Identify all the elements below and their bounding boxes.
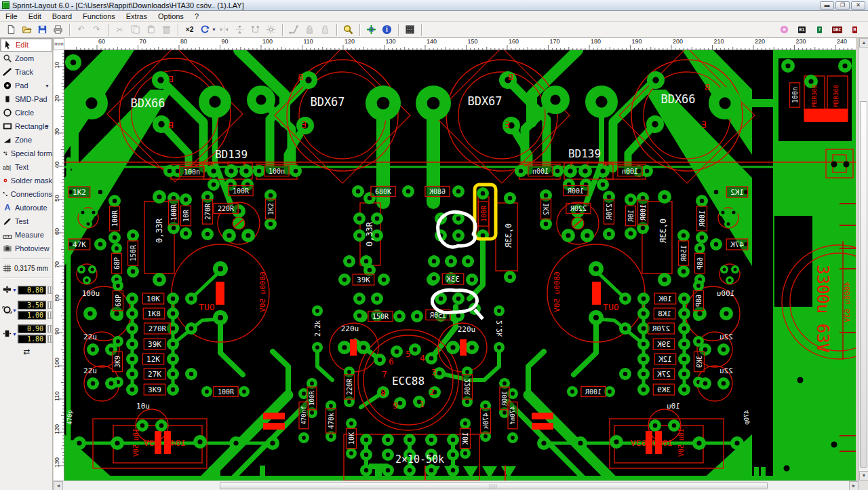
- sidebar-item-smd-pad[interactable]: SMD-Pad: [0, 92, 52, 106]
- width-value-field[interactable]: 0.90: [18, 324, 46, 333]
- toolbar-separator: [282, 24, 283, 36]
- scroll-down-button[interactable]: ▼: [859, 471, 868, 480]
- width-value-field[interactable]: 1.00: [18, 311, 46, 320]
- width-grip[interactable]: [47, 325, 52, 333]
- undo-button[interactable]: ↶: [73, 22, 89, 37]
- svg-text:190: 190: [632, 38, 642, 45]
- measure-icon: [3, 230, 12, 240]
- sidebar-item-connections[interactable]: Connections: [0, 187, 52, 201]
- chevron-down-icon[interactable]: ▼: [12, 288, 18, 293]
- svg-text:100R: 100R: [233, 187, 250, 195]
- maximize-button[interactable]: ❐: [835, 1, 850, 10]
- rotate-dropdown[interactable]: ▼: [212, 27, 216, 32]
- close-button[interactable]: ✕: [851, 1, 865, 10]
- redo-button[interactable]: ↷: [89, 22, 104, 37]
- pcb-canvas[interactable]: BDX66BDX67BDX67BDX66BD139BD139ECC882×10-…: [64, 50, 856, 480]
- sidebar-item-track[interactable]: Track: [0, 65, 52, 79]
- macro-pink-button[interactable]: [776, 22, 792, 37]
- lock-button[interactable]: [302, 22, 317, 37]
- sidebar-item-label: Special form: [11, 149, 52, 157]
- sidebar-item-rectangle[interactable]: Rectangle▼: [0, 119, 52, 133]
- rotate-button[interactable]: [197, 22, 213, 37]
- width-value-field[interactable]: 1.80: [18, 335, 46, 343]
- pcb-label: 9: [393, 400, 398, 411]
- menu-item-[interactable]: ?: [189, 12, 204, 21]
- width-grip[interactable]: [47, 335, 52, 343]
- sidebar-item-autoroute[interactable]: AAutoroute: [0, 201, 52, 214]
- scroll-right-button[interactable]: ►: [849, 481, 859, 490]
- info-button[interactable]: i: [379, 22, 395, 37]
- menu-item-extras[interactable]: Extras: [121, 12, 153, 21]
- scroll-up-button[interactable]: ▲: [859, 38, 868, 48]
- save-button[interactable]: [35, 22, 50, 37]
- svg-text:0,33R: 0,33R: [504, 223, 513, 248]
- bend-trace-button[interactable]: [286, 22, 302, 37]
- menu-item-board[interactable]: Board: [47, 12, 77, 21]
- sidebar-item-text[interactable]: ab|Text: [0, 160, 52, 174]
- width-grip[interactable]: [47, 301, 52, 309]
- cut-button[interactable]: ✂: [112, 22, 127, 37]
- svg-text:MBR360: MBR360: [811, 85, 818, 107]
- lock-icon: [304, 24, 315, 35]
- delete-button[interactable]: [159, 22, 174, 37]
- unlock-button[interactable]: [317, 22, 333, 37]
- svg-text:E: E: [701, 119, 707, 130]
- sidebar-item-circle[interactable]: Circle: [0, 106, 52, 119]
- sidebar-item-edit[interactable]: Edit: [0, 38, 52, 52]
- chevron-down-icon[interactable]: ▼: [12, 332, 18, 337]
- paste-button[interactable]: [143, 22, 159, 37]
- sidebar-item-zoom[interactable]: Zoom: [0, 52, 52, 65]
- width-grip[interactable]: [47, 286, 52, 294]
- chevron-down-icon[interactable]: ▼: [45, 124, 50, 129]
- macro-badge-button[interactable]: M: [847, 22, 863, 37]
- sidebar-item-photoview[interactable]: Photoview: [0, 242, 52, 255]
- menu-item-edit[interactable]: Edit: [23, 12, 47, 21]
- vertical-scrollbar[interactable]: ▲ ▼: [859, 38, 868, 480]
- menu-item-options[interactable]: Options: [153, 12, 189, 21]
- sidebar-item-pad[interactable]: Pad▼: [0, 79, 52, 92]
- pcb-label: 0,33R: [365, 221, 374, 246]
- width-grip[interactable]: [47, 312, 52, 319]
- width-value-field[interactable]: 3.50: [18, 301, 46, 309]
- chevron-down-icon[interactable]: ▼: [12, 308, 18, 313]
- chevron-down-icon[interactable]: ▼: [45, 83, 50, 88]
- svg-text:10u: 10u: [136, 402, 150, 411]
- open-file-button[interactable]: [19, 22, 35, 37]
- picker-button[interactable]: [363, 22, 379, 37]
- grid-setting[interactable]: 0,3175 mm: [0, 261, 52, 275]
- open-file-icon: [22, 24, 32, 35]
- r1-badge-button[interactable]: R1: [794, 22, 810, 37]
- sidebar-item-label: Pad: [15, 81, 28, 90]
- sidebar-item-label: Text: [15, 163, 28, 171]
- minimize-button[interactable]: ▬: [820, 1, 834, 10]
- svg-text:10K: 10K: [348, 432, 355, 445]
- pcb-label: 100n: [180, 167, 204, 177]
- svg-text:12K: 12K: [146, 355, 160, 364]
- horizontal-scroll-thumb[interactable]: [220, 482, 768, 489]
- scroll-left-button[interactable]: ◄: [54, 481, 63, 490]
- swap-values-button[interactable]: ⇄: [1, 347, 52, 356]
- pcb-label: B: [705, 82, 710, 92]
- adjust-button[interactable]: [263, 22, 279, 37]
- horizontal-scrollbar[interactable]: ◄ ►: [54, 480, 859, 490]
- help-badge-button[interactable]: ?: [812, 22, 827, 37]
- sidebar-item-measure[interactable]: Measure: [0, 228, 52, 242]
- sidebar-item-special-form[interactable]: Special form: [0, 147, 52, 160]
- sidebar-item-zone[interactable]: Zone: [0, 133, 52, 147]
- footprint-button[interactable]: [402, 22, 418, 37]
- zoom-button[interactable]: [340, 22, 356, 37]
- new-file-button[interactable]: [3, 22, 19, 37]
- mirror-horizontal-button[interactable]: [216, 22, 232, 37]
- vertical-scroll-thumb[interactable]: [860, 101, 867, 468]
- menu-item-file[interactable]: File: [0, 12, 23, 21]
- duplicate-x2-button[interactable]: ×2: [182, 22, 197, 37]
- drc-badge-button[interactable]: DRC: [829, 22, 845, 37]
- menu-item-functions[interactable]: Functions: [77, 12, 121, 21]
- copy-button[interactable]: [127, 22, 143, 37]
- width-value-field[interactable]: 0.80: [18, 286, 46, 295]
- sidebar-item-solder-mask[interactable]: Solder mask: [0, 174, 52, 187]
- print-button[interactable]: [50, 22, 66, 37]
- mirror-vertical-button[interactable]: [232, 22, 248, 37]
- align-button[interactable]: [248, 22, 263, 37]
- sidebar-item-test[interactable]: Test: [0, 214, 52, 228]
